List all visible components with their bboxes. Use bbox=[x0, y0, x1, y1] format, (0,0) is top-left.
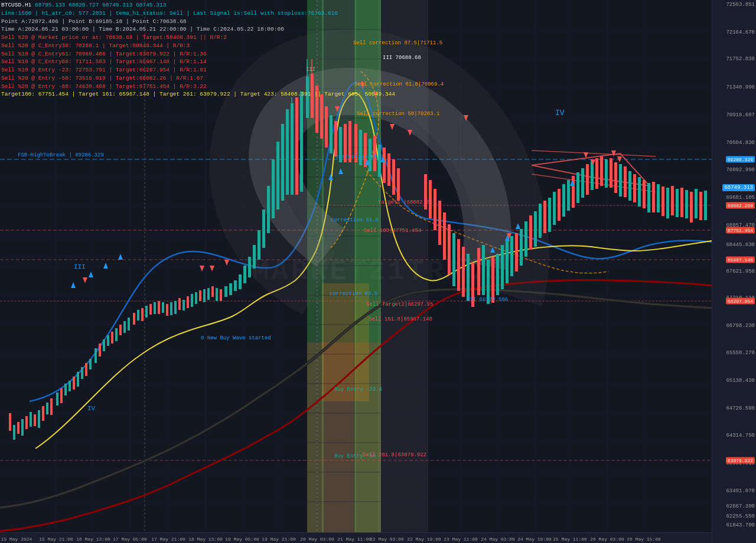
price-68445: 68445.630 bbox=[726, 242, 755, 248]
svg-text:Buy Entry -50: Buy Entry -50 bbox=[334, 453, 376, 459]
price-65967: 65967.148 bbox=[726, 257, 755, 263]
svg-rect-66 bbox=[145, 306, 148, 318]
price-65138: 65138.430 bbox=[726, 378, 755, 384]
svg-rect-74 bbox=[178, 298, 181, 310]
svg-rect-166 bbox=[619, 164, 622, 197]
svg-rect-169 bbox=[633, 174, 636, 202]
candles-18may bbox=[133, 301, 172, 325]
time-17may21: 17 May 21:00 bbox=[151, 537, 185, 542]
time-axis: 15 May 2024 15 May 21:00 16 May 13:00 17… bbox=[0, 532, 712, 543]
time-24may03: 24 May 03:00 bbox=[481, 537, 515, 542]
svg-rect-94 bbox=[267, 186, 270, 233]
candles-17may bbox=[94, 318, 130, 363]
svg-rect-157 bbox=[576, 172, 579, 203]
svg-rect-136 bbox=[477, 248, 480, 295]
black-ma-line2 bbox=[0, 289, 712, 508]
svg-rect-168 bbox=[628, 171, 631, 201]
svg-rect-142 bbox=[506, 241, 509, 283]
price-71752: 71752.838 bbox=[726, 56, 755, 62]
svg-rect-87 bbox=[234, 280, 237, 291]
svg-text:Target1 |68082.26: Target1 |68082.26 bbox=[378, 199, 432, 205]
svg-rect-181 bbox=[690, 192, 693, 223]
svg-rect-49 bbox=[73, 377, 75, 390]
chart-container: MARKET21TRADE BTCUSD.H1 68795.133 68820.… bbox=[0, 0, 756, 543]
svg-rect-62 bbox=[128, 318, 130, 331]
svg-rect-119 bbox=[373, 136, 376, 171]
svg-rect-149 bbox=[539, 204, 542, 238]
price-axis: 72563.851 72164.670 71752.838 71340.990 … bbox=[712, 0, 756, 543]
price-70504: 70504.830 bbox=[726, 140, 755, 146]
chart-svg: Sell correction 87.5|71711.5 III 70688.6… bbox=[0, 0, 712, 532]
svg-rect-76 bbox=[187, 296, 189, 308]
svg-rect-97 bbox=[281, 124, 284, 201]
svg-rect-52 bbox=[85, 363, 87, 376]
price-67751: 67751.454 bbox=[726, 227, 755, 234]
svg-text:III 66772.586: III 66772.586 bbox=[467, 297, 508, 303]
svg-marker-203 bbox=[118, 254, 123, 260]
svg-rect-164 bbox=[610, 158, 612, 188]
svg-rect-48 bbox=[69, 381, 71, 391]
svg-rect-90 bbox=[248, 257, 251, 277]
svg-rect-58 bbox=[111, 332, 113, 344]
svg-marker-185 bbox=[83, 277, 87, 283]
time-24may19: 24 May 19:00 bbox=[517, 537, 552, 542]
red-ma-line bbox=[0, 280, 712, 531]
svg-rect-108 bbox=[320, 94, 323, 139]
time-21may11: 21 May 11:00 bbox=[337, 537, 372, 542]
svg-rect-53 bbox=[89, 359, 92, 369]
svg-rect-148 bbox=[534, 211, 537, 247]
price-71340: 71340.990 bbox=[726, 84, 755, 90]
svg-rect-165 bbox=[614, 162, 617, 193]
svg-rect-171 bbox=[643, 180, 646, 208]
svg-rect-174 bbox=[657, 184, 660, 212]
svg-rect-37 bbox=[21, 419, 24, 436]
svg-rect-75 bbox=[183, 300, 185, 310]
svg-text:Sell correction 50|70283.1: Sell correction 50|70283.1 bbox=[357, 111, 439, 117]
svg-rect-101 bbox=[295, 97, 298, 195]
svg-rect-176 bbox=[666, 188, 669, 218]
price-69681: 69681.105 bbox=[726, 195, 755, 201]
svg-rect-102 bbox=[300, 91, 303, 192]
svg-rect-50 bbox=[77, 372, 79, 387]
svg-rect-141 bbox=[501, 245, 504, 289]
svg-rect-36 bbox=[17, 422, 19, 434]
red-upper-line bbox=[532, 151, 656, 156]
svg-rect-88 bbox=[239, 274, 242, 289]
price-63079: 63079.922 bbox=[726, 457, 755, 464]
time-17may05: 17 May 05:00 bbox=[113, 537, 147, 542]
time-22may19: 22 May 19:00 bbox=[407, 537, 441, 542]
svg-rect-86 bbox=[229, 283, 232, 295]
svg-rect-56 bbox=[103, 339, 105, 351]
svg-marker-201 bbox=[89, 272, 93, 277]
price-62667: 62667.390 bbox=[726, 503, 755, 509]
svg-rect-172 bbox=[647, 183, 650, 212]
svg-rect-140 bbox=[496, 254, 499, 295]
svg-rect-122 bbox=[387, 153, 390, 186]
svg-rect-79 bbox=[199, 290, 201, 301]
svg-marker-192 bbox=[390, 124, 395, 130]
svg-rect-40 bbox=[34, 414, 36, 426]
svg-rect-111 bbox=[334, 121, 337, 156]
svg-text:Sell correction 87.5|71711.5: Sell correction 87.5|71711.5 bbox=[353, 40, 442, 46]
price-64314: 64314.750 bbox=[726, 433, 755, 439]
svg-rect-109 bbox=[325, 106, 328, 148]
svg-rect-173 bbox=[652, 182, 655, 212]
svg-rect-81 bbox=[207, 288, 210, 300]
svg-rect-159 bbox=[586, 164, 589, 195]
svg-rect-150 bbox=[543, 201, 546, 233]
svg-rect-162 bbox=[600, 156, 603, 186]
time-16may13: 16 May 13:00 bbox=[76, 537, 110, 542]
svg-rect-78 bbox=[195, 292, 197, 304]
price-66297: 66297.954 bbox=[726, 298, 755, 305]
candles-16may bbox=[56, 359, 92, 405]
svg-text:IV: IV bbox=[555, 109, 565, 117]
svg-rect-99 bbox=[291, 103, 294, 195]
svg-rect-34 bbox=[9, 413, 11, 431]
time-15may21: 15 May 21:00 bbox=[39, 537, 73, 542]
svg-rect-170 bbox=[638, 177, 641, 207]
svg-rect-161 bbox=[595, 158, 598, 189]
svg-rect-64 bbox=[137, 310, 139, 320]
price-65550: 65550.270 bbox=[726, 350, 755, 356]
price-61843: 61843.700 bbox=[726, 522, 755, 528]
svg-rect-83 bbox=[216, 288, 218, 301]
